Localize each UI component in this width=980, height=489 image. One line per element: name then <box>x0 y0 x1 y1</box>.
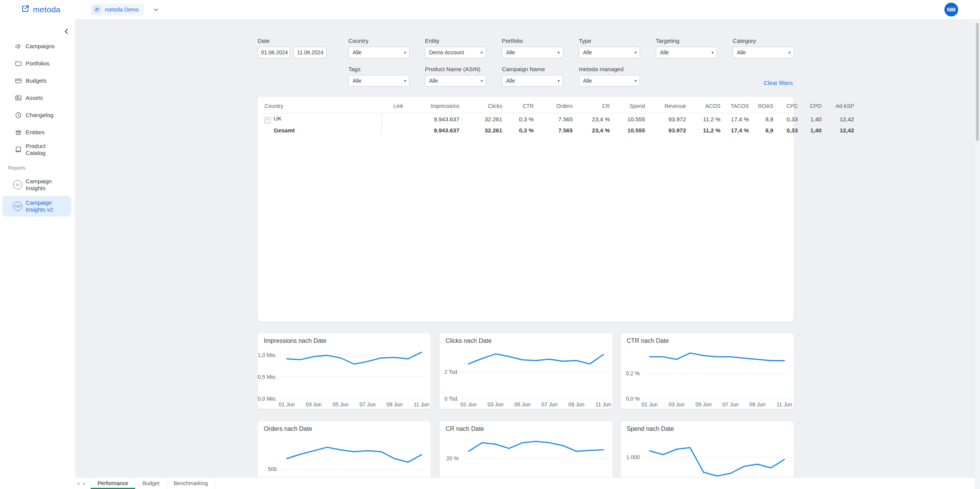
tab-label: Performance <box>98 480 128 486</box>
metric-cell: 9.943.637 <box>415 113 462 126</box>
column-header-cr[interactable]: CR <box>575 99 612 113</box>
metric-cell: 7.565 <box>536 125 575 135</box>
tab-label: Benchmarking <box>174 480 208 486</box>
metric-cell <box>382 113 415 126</box>
product-name-select[interactable]: Alle ▾ <box>425 75 486 86</box>
tabs-scroll-right-icon[interactable]: ▸ <box>81 478 87 489</box>
clock-icon <box>15 111 22 119</box>
tab-performance[interactable]: Performance <box>91 478 136 489</box>
expand-row-icon[interactable]: + <box>265 117 271 123</box>
metric-cell: 8,9 <box>751 125 776 135</box>
selected-value: Demo Account <box>429 49 464 55</box>
column-header-orders[interactable]: Orders <box>536 99 575 113</box>
column-header-tacos[interactable]: TACOS <box>723 99 751 113</box>
ci-badge-icon: CI <box>13 180 22 189</box>
column-header-roas[interactable]: ROAS <box>751 99 776 113</box>
svg-text:03 Jun: 03 Jun <box>668 401 684 408</box>
sidebar-item-label: Campaigns <box>26 43 62 50</box>
sidebar-item-changelog[interactable]: Changelog <box>0 106 75 124</box>
metric-cell: 0,3 % <box>505 113 536 126</box>
column-header-link[interactable]: Link <box>382 99 415 113</box>
metoda-logo[interactable]: metoda <box>21 4 60 15</box>
column-header-ad-asp[interactable]: Ad ASP <box>824 99 856 113</box>
column-header-cpc[interactable]: CPC <box>776 99 800 113</box>
table-row-uk[interactable]: +UK9.943.63732.2610,3 %7.56523,4 %10.555… <box>262 113 856 126</box>
column-header-revenue[interactable]: Revenue <box>647 99 688 113</box>
svg-text:11 Jun: 11 Jun <box>414 401 430 408</box>
tags-select[interactable]: Alle ▾ <box>348 75 410 86</box>
svg-text:0,5 Mio.: 0,5 Mio. <box>258 374 277 380</box>
sidebar-item-budgets[interactable]: Budgets <box>0 72 75 89</box>
filter-label: metoda managed <box>579 66 640 72</box>
vertical-scrollbar[interactable] <box>975 19 980 489</box>
svg-text:07 Jun: 07 Jun <box>541 401 557 408</box>
book-icon <box>15 146 22 153</box>
sidebar-item-campaign-insights[interactable]: CI Campaign Insights <box>0 174 75 195</box>
account-switcher-chip[interactable]: metoda Demo <box>91 3 144 16</box>
chevron-down-icon: ▾ <box>634 78 637 83</box>
country-cell: Gesamt <box>262 125 382 135</box>
column-header-country[interactable]: Country <box>262 99 382 113</box>
svg-text:05 Jun: 05 Jun <box>696 401 712 408</box>
category-select[interactable]: Alle ▾ <box>733 47 794 58</box>
tab-budget[interactable]: Budget <box>136 478 167 489</box>
chevron-down-icon[interactable] <box>153 7 159 13</box>
date-from-input[interactable]: 01.06.2024 <box>258 47 290 58</box>
column-header-clicks[interactable]: Clicks <box>462 99 505 113</box>
country-cell: +UK <box>262 113 382 126</box>
sidebar-item-assets[interactable]: Assets <box>0 89 75 106</box>
country-label: Gesamt <box>274 127 295 134</box>
svg-text:0 Tsd.: 0 Tsd. <box>444 396 459 402</box>
scrollbar-thumb[interactable] <box>976 23 979 141</box>
chart-title: CTR nach Date <box>627 337 669 344</box>
sidebar-collapse-icon[interactable] <box>62 27 71 36</box>
tags-filter: Tags Alle ▾ <box>348 66 410 86</box>
filter-label: Date <box>258 37 327 44</box>
campaign-name-select[interactable]: Alle ▾ <box>502 75 563 86</box>
metoda-managed-select[interactable]: Alle ▾ <box>579 75 640 86</box>
column-header-ctr[interactable]: CTR <box>505 99 536 113</box>
metric-cell: 7.565 <box>536 113 575 126</box>
account-chip-label: metoda Demo <box>105 7 139 13</box>
filter-label: Category <box>733 37 794 44</box>
country-select[interactable]: Alle ▾ <box>348 47 410 58</box>
megaphone-icon <box>15 42 22 50</box>
targeting-select[interactable]: Alle ▾ <box>656 47 717 58</box>
entity-select[interactable]: Demo Account ▾ <box>425 47 486 58</box>
sidebar-item-product-catalog[interactable]: Product Catalog <box>0 141 75 158</box>
metric-cell: 8,9 <box>751 113 776 126</box>
metrics-table: CountryLinkImpressionsClicksCTROrdersCRS… <box>262 99 856 135</box>
chart-title: Spend nach Date <box>627 425 674 432</box>
svg-text:1,0 Mio.: 1,0 Mio. <box>258 352 277 358</box>
column-header-impressions[interactable]: Impressions <box>415 99 462 113</box>
column-header-acos[interactable]: ACOS <box>688 99 723 113</box>
tabs-scroll-left-icon[interactable]: ◂ <box>75 478 81 489</box>
filter-label: Product Name (ASIN) <box>425 66 486 72</box>
date-to-input[interactable]: 11.06.2024 <box>294 47 327 58</box>
user-avatar[interactable]: NM <box>944 3 958 16</box>
filter-label: Country <box>348 37 410 44</box>
country-filter: Country Alle ▾ <box>348 37 410 58</box>
targeting-filter: Targeting Alle ▾ <box>656 37 717 58</box>
type-select[interactable]: Alle ▾ <box>579 47 640 58</box>
metrics-table-card: CountryLinkImpressionsClicksCTROrdersCRS… <box>258 97 794 322</box>
metrics-table-header-row: CountryLinkImpressionsClicksCTROrdersCRS… <box>262 99 856 113</box>
svg-text:03 Jun: 03 Jun <box>305 401 322 408</box>
chevron-down-icon: ▾ <box>557 78 560 83</box>
tab-benchmarking[interactable]: Benchmarking <box>167 478 216 489</box>
sidebar-item-portfolios[interactable]: Portfolios <box>0 55 75 72</box>
chevron-down-icon: ▾ <box>404 78 406 83</box>
chart-title: Impressions nach Date <box>264 337 327 344</box>
sidebar-item-campaigns[interactable]: Campaigns <box>0 37 75 55</box>
metric-cell: 0,33 <box>776 113 800 126</box>
filter-label: Campaign Name <box>502 66 563 72</box>
metric-cell: 17,4 % <box>723 125 751 135</box>
portfolio-select[interactable]: Alle ▾ <box>502 47 563 58</box>
clear-filters-link[interactable]: Clear filters <box>764 80 793 86</box>
column-header-spend[interactable]: Spend <box>612 99 647 113</box>
sidebar-item-entities[interactable]: Entities <box>0 124 75 141</box>
sidebar-item-campaign-insights-v2[interactable]: CI2 Campaign Insights v2 <box>2 196 71 217</box>
table-row-gesamt[interactable]: Gesamt9.943.63732.2610,3 %7.56523,4 %10.… <box>262 125 856 135</box>
column-header-cpo[interactable]: CPO <box>800 99 824 113</box>
logo-text: metoda <box>33 5 60 14</box>
